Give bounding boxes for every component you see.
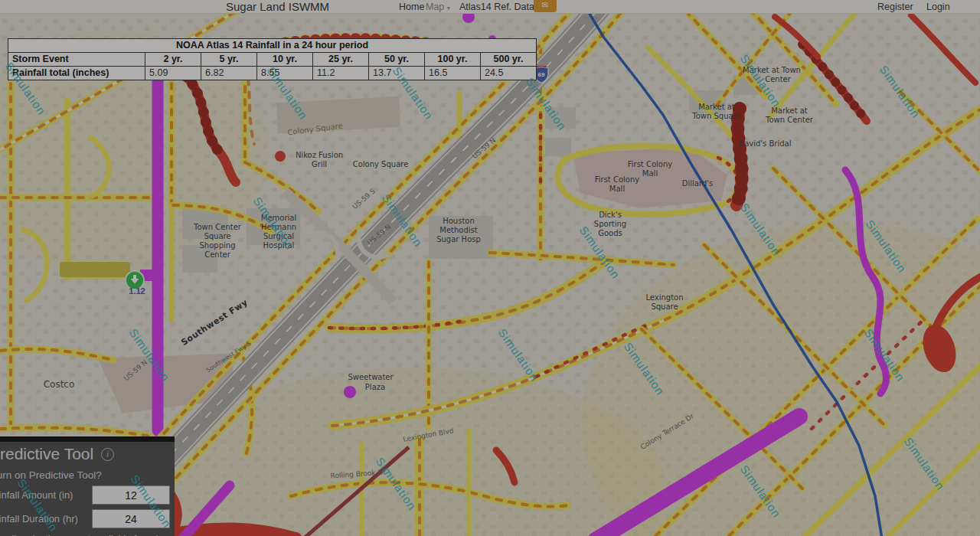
map-label: Sporting: [594, 220, 626, 228]
map-label: Houston: [443, 217, 475, 225]
map-label: Market at Town: [743, 66, 801, 74]
map-label: Dillard's: [682, 179, 713, 188]
app-title: Sugar Land ISWMM: [226, 0, 329, 14]
rainfall-duration-input[interactable]: [92, 509, 170, 528]
map-label: Colony Square: [353, 160, 409, 168]
map-label: Sweetwater: [348, 373, 394, 381]
event-col: 500 yr.: [481, 53, 537, 67]
panel-title: Predictive Tool: [0, 445, 93, 463]
map-label: Memorial: [261, 214, 296, 222]
mail-button[interactable]: ✉: [534, 0, 557, 12]
map-label: Goods: [598, 229, 622, 237]
rainfall-total-header: Rainfall total (inches): [8, 67, 145, 80]
event-col: 50 yr.: [369, 53, 425, 67]
rainfall-duration-label: Rainfall Duration (hr): [0, 513, 92, 525]
nav-map-label: Map: [426, 2, 444, 12]
nav-home[interactable]: Home: [399, 0, 424, 14]
event-col: 100 yr.: [425, 53, 481, 67]
map-label: Methodist: [439, 226, 477, 234]
marker-value: 1.12: [129, 286, 145, 296]
map-label: Sugar Hosp: [436, 235, 481, 243]
map-label: First Colony: [628, 160, 673, 168]
app-header: Sugar Land ISWMM Home Map ▾ Atlas14 Ref.…: [0, 0, 980, 14]
rainfall-value: 16.5: [425, 67, 481, 80]
event-col: 25 yr.: [313, 53, 369, 67]
map-label: Town Square: [691, 112, 740, 120]
map-label: Plaza: [365, 383, 385, 391]
rainfall-amount-input[interactable]: [92, 485, 170, 505]
rainfall-value: 11.2: [313, 67, 369, 80]
map-label: Grill: [312, 160, 327, 168]
map-label: Nikoz Fusion: [296, 151, 343, 159]
map-label: Surgical: [263, 232, 294, 240]
map-label: Center: [765, 75, 792, 83]
panel-top-bar: [0, 436, 175, 442]
map-label: Mall: [642, 169, 658, 178]
nav-atlas14-ref-data[interactable]: Atlas14 Ref. Data: [459, 0, 534, 14]
rainfall-value: 24.5: [481, 67, 537, 80]
rainfall-value: 13.7: [369, 67, 425, 80]
map-label: Dick's: [599, 211, 622, 219]
map-label: Square: [651, 302, 678, 311]
map-label: Town Center: [193, 223, 242, 231]
map-label: Square: [204, 232, 230, 240]
rainfall-amount-label: Rainfall Amount (in): [0, 489, 92, 501]
nav-map[interactable]: Map ▾: [426, 0, 450, 14]
depth-marker[interactable]: 1.12: [126, 271, 145, 296]
event-col: 2 yr.: [145, 53, 201, 67]
map-label: Lexington: [645, 293, 683, 302]
mail-icon: ✉: [542, 1, 548, 9]
map-label: Market at: [698, 103, 735, 111]
map-label: Hermann: [261, 223, 296, 231]
shield-number: 69: [538, 71, 545, 78]
map-label: First Colony: [595, 175, 640, 184]
map-label: Center: [204, 250, 231, 259]
rainfall-value: 6.82: [201, 67, 257, 80]
map-label: Shopping: [200, 241, 236, 250]
table-title: NOAA Atlas 14 Rainfall in a 24 hour peri…: [8, 39, 537, 53]
chevron-down-icon: ▾: [447, 5, 450, 11]
info-icon[interactable]: i: [101, 448, 114, 461]
map-label: Mall: [609, 185, 625, 193]
rainfall-value: 8.55: [257, 67, 313, 80]
nav-register[interactable]: Register: [877, 0, 913, 14]
map-label: David's Bridal: [738, 139, 791, 148]
storm-event-header: Storm Event: [8, 53, 145, 67]
event-col: 5 yr.: [201, 53, 257, 67]
predictive-tool-question: Turn on Predictive Tool?: [0, 469, 175, 481]
map-label: Town Center: [765, 116, 814, 124]
map-label: Market at: [771, 106, 808, 115]
event-col: 10 yr.: [257, 53, 313, 67]
map-label: Costco: [44, 379, 75, 390]
map-label: Hospital: [263, 241, 295, 250]
noaa-rainfall-table: NOAA Atlas 14 Rainfall in a 24 hour peri…: [8, 38, 537, 80]
rainfall-value: 5.09: [145, 67, 201, 80]
nav-login[interactable]: Login: [926, 0, 950, 14]
app-window: 69 Colony Square Nikoz Fusion Grill Colo…: [0, 0, 980, 536]
predictive-tool-panel: Predictive Tool i Turn on Predictive Too…: [0, 436, 175, 536]
